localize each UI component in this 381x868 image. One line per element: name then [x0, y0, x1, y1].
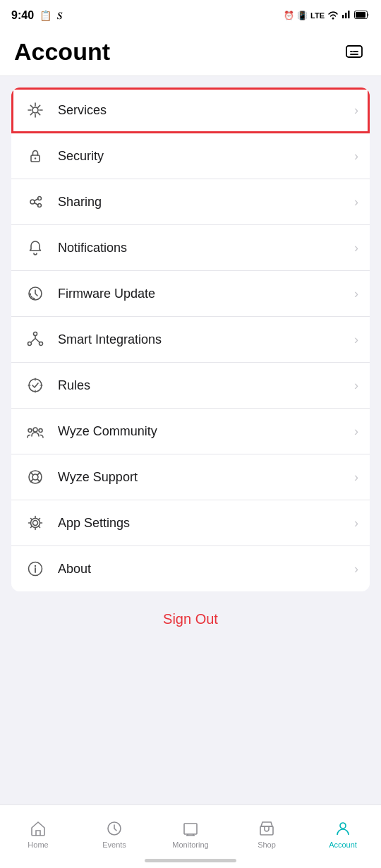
rules-label: Rules: [58, 378, 354, 393]
file-icon: 📋: [40, 10, 52, 21]
battery-icon: [354, 9, 370, 22]
svg-point-21: [33, 521, 38, 526]
rules-chevron: ›: [354, 378, 358, 393]
svg-rect-5: [356, 12, 365, 18]
menu-item-sharing[interactable]: Sharing ›: [11, 179, 370, 225]
support-icon: [23, 464, 48, 490]
shop-icon: [258, 819, 276, 838]
integrations-icon: [23, 327, 48, 352]
status-bar: 9:40 📋 𝑺 ⏰ 📳 LTE: [0, 0, 381, 31]
services-chevron: ›: [354, 103, 358, 118]
svg-point-16: [33, 428, 37, 432]
menu-item-services[interactable]: Services ›: [11, 88, 370, 133]
sharing-icon: [23, 189, 48, 215]
svg-point-27: [340, 823, 346, 828]
home-icon: [29, 819, 47, 838]
about-label: About: [58, 562, 354, 577]
security-label: Security: [58, 149, 354, 164]
community-icon: [23, 418, 48, 444]
svg-point-22: [31, 519, 40, 528]
support-chevron: ›: [354, 470, 358, 485]
vibrate-icon: 📳: [297, 11, 308, 20]
svg-rect-26: [260, 826, 273, 835]
svg-point-10: [30, 200, 35, 204]
support-label: Wyze Support: [58, 470, 354, 485]
monitoring-icon: [181, 819, 200, 838]
menu-item-rules[interactable]: Rules ›: [11, 363, 370, 409]
firmware-icon: [23, 281, 48, 306]
firmware-chevron: ›: [354, 287, 358, 301]
messages-icon[interactable]: [341, 40, 367, 65]
svg-rect-2: [345, 13, 347, 18]
page-title: Account: [14, 38, 110, 66]
community-label: Wyze Community: [58, 424, 354, 439]
svg-rect-3: [348, 11, 350, 18]
notifications-icon: [23, 235, 48, 260]
nav-account[interactable]: Account: [305, 805, 381, 857]
alarm-icon: ⏰: [284, 11, 294, 20]
svg-point-7: [32, 107, 38, 113]
home-indicator: [145, 859, 236, 862]
menu-item-firmware[interactable]: Firmware Update ›: [11, 271, 370, 317]
menu-item-notifications[interactable]: Notifications ›: [11, 225, 370, 271]
svg-point-24: [35, 565, 36, 567]
home-nav-label: Home: [28, 840, 48, 849]
integrations-chevron: ›: [354, 332, 358, 347]
menu-item-security[interactable]: Security ›: [11, 133, 370, 179]
settings-icon: [23, 510, 48, 536]
signal-icon: [341, 9, 351, 22]
sharing-chevron: ›: [354, 195, 358, 210]
about-icon: [23, 556, 48, 581]
sign-out-container: Sign Out: [0, 591, 381, 641]
services-label: Services: [58, 103, 354, 118]
sign-out-button[interactable]: Sign Out: [163, 611, 218, 627]
events-nav-label: Events: [102, 840, 126, 849]
nav-events[interactable]: Events: [76, 805, 152, 857]
community-chevron: ›: [354, 424, 358, 439]
services-icon: [23, 97, 48, 123]
page-header: Account: [0, 31, 381, 76]
svg-rect-1: [342, 15, 344, 18]
menu-item-settings[interactable]: App Settings ›: [11, 500, 370, 546]
svg-point-18: [39, 429, 42, 433]
about-chevron: ›: [354, 562, 358, 577]
account-nav-icon: [334, 819, 352, 838]
sharing-label: Sharing: [58, 195, 354, 210]
svg-point-20: [32, 474, 38, 480]
nav-home[interactable]: Home: [0, 805, 76, 857]
status-time: 9:40: [11, 9, 34, 22]
monitoring-nav-label: Monitoring: [172, 840, 208, 849]
nav-shop[interactable]: Shop: [229, 805, 305, 857]
lte-icon: LTE: [310, 11, 325, 20]
settings-label: App Settings: [58, 516, 354, 531]
wifi-icon: [327, 10, 339, 22]
svg-point-9: [35, 157, 36, 159]
security-icon: [23, 143, 48, 169]
svg-point-0: [332, 17, 334, 19]
shazam-icon: 𝑺: [57, 10, 63, 22]
account-nav-label: Account: [329, 840, 357, 849]
security-chevron: ›: [354, 149, 358, 164]
nav-monitoring[interactable]: Monitoring: [152, 805, 229, 857]
events-icon: [105, 819, 123, 838]
menu-item-support[interactable]: Wyze Support ›: [11, 454, 370, 500]
rules-icon: [23, 373, 48, 398]
svg-point-17: [28, 429, 32, 433]
shop-nav-label: Shop: [258, 840, 276, 849]
menu-item-community[interactable]: Wyze Community ›: [11, 409, 370, 454]
status-icons-right: ⏰ 📳 LTE: [284, 9, 370, 22]
notifications-label: Notifications: [58, 241, 354, 255]
menu-card: Services › Security › Sharing ›: [11, 88, 370, 591]
firmware-label: Firmware Update: [58, 287, 354, 301]
notifications-chevron: ›: [354, 241, 358, 255]
menu-item-integrations[interactable]: Smart Integrations ›: [11, 317, 370, 363]
settings-chevron: ›: [354, 516, 358, 531]
integrations-label: Smart Integrations: [58, 332, 354, 347]
menu-item-about[interactable]: About ›: [11, 546, 370, 591]
